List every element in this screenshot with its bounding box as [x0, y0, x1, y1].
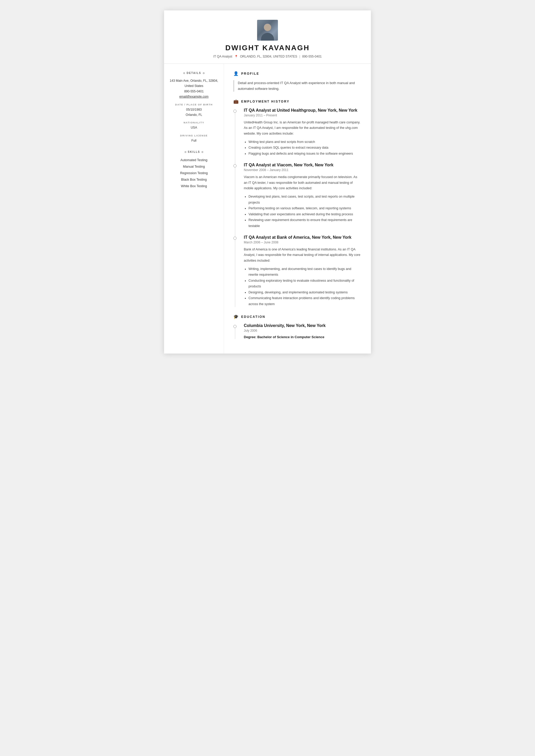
edu-degree: Degree: Bachelor of Science in Computer … [244, 335, 361, 339]
education-timeline: Columbia University, New York, New YorkJ… [233, 323, 361, 339]
dot-left [183, 72, 185, 74]
skill-item: White Box Testing [169, 183, 218, 190]
job-bullets: Writing, implementing, and documenting t… [244, 266, 361, 307]
education-title: EDUCATION [241, 315, 266, 319]
job-title: IT QA Analyst at Viacom, New York, New Y… [244, 163, 361, 167]
location-icon: 📍 [235, 55, 238, 58]
edu-timeline-dot [233, 325, 237, 328]
avatar-image [257, 20, 278, 40]
dob-label: DATE / PLACE OF BIRTH [169, 103, 218, 106]
employment-title: EMPLOYMENT HISTORY [241, 100, 290, 103]
employment-icon: 💼 [233, 99, 239, 104]
skills-section: SKILLS Automated TestingManual TestingRe… [169, 150, 218, 190]
contact-line: IT QA Analyst 📍 ORLANDO, FL, 32804, UNIT… [175, 55, 360, 58]
employment-timeline: IT QA Analyst at United Healthgroup, New… [233, 108, 361, 307]
dob: 05/10/1983 [169, 107, 218, 112]
job-period: January 2011 – Present [244, 114, 361, 117]
skills-list: Automated TestingManual TestingRegressio… [169, 157, 218, 190]
dot-left-skills [185, 151, 186, 153]
timeline-dot [233, 164, 237, 167]
job-description: Bank of America is one of America's lead… [244, 247, 361, 263]
profile-header: 👤 PROFILE [233, 71, 361, 76]
job-title: IT QA Analyst at Bank of America, New Yo… [244, 235, 361, 240]
bullet-item: Flagging bugs and defects and relaying i… [248, 151, 361, 157]
timeline-dot [233, 237, 237, 240]
nationality-label: NATIONALITY [169, 121, 218, 124]
education-section: 🎓 EDUCATION Columbia University, New Yor… [233, 314, 361, 339]
bullet-item: Writing, implementing, and documenting t… [248, 266, 361, 278]
job-item: IT QA Analyst at Bank of America, New Yo… [239, 235, 361, 307]
job-bullets: Writing test plans and test scripts from… [244, 139, 361, 157]
bullet-item: Validating that user expectations are ac… [248, 211, 361, 217]
bullet-item: Designing, developing, and implementing … [248, 289, 361, 295]
skills-title: SKILLS [169, 150, 218, 153]
bullet-item: Developing test plans, test cases, test … [248, 194, 361, 205]
sidebar: DETAILS 143 Main Ave, Orlando, FL, 32804… [164, 64, 224, 354]
job-description: UnitedHealth Group Inc. is an American f… [244, 120, 361, 136]
profile-text: Detail and process-oriented IT QA Analys… [233, 80, 361, 92]
resume-body: DETAILS 143 Main Ave, Orlando, FL, 32804… [164, 64, 371, 354]
sidebar-email: email@example.com [169, 94, 218, 99]
main-content: 👤 PROFILE Detail and process-oriented IT… [224, 64, 371, 354]
education-icon: 🎓 [233, 314, 239, 319]
phone: 890-555-0401 [302, 55, 322, 58]
bullet-item: Reviewing user requirement documents to … [248, 217, 361, 229]
resume-header: DWIGHT KAVANAGH IT QA Analyst 📍 ORLANDO,… [164, 11, 371, 64]
full-name: DWIGHT KAVANAGH [175, 44, 360, 52]
employment-section: 💼 EMPLOYMENT HISTORY IT QA Analyst at Un… [233, 99, 361, 307]
resume-document: DWIGHT KAVANAGH IT QA Analyst 📍 ORLANDO,… [164, 11, 371, 354]
job-title: IT QA Analyst at United Healthgroup, New… [244, 108, 361, 113]
skill-item: Black Box Testing [169, 176, 218, 183]
profile-section: 👤 PROFILE Detail and process-oriented IT… [233, 71, 361, 92]
institution-name: Columbia University, New York, New York [244, 323, 361, 328]
skill-item: Regression Testing [169, 170, 218, 176]
job-title: IT QA Analyst [213, 55, 232, 58]
avatar-container [175, 20, 360, 40]
job-period: March 2006 – June 2008 [244, 241, 361, 244]
job-period: November 2008 – January 2011 [244, 168, 361, 172]
edu-period: July 2006 [244, 329, 361, 333]
license: Full [169, 138, 218, 143]
bullet-item: Communicating feature interaction proble… [248, 295, 361, 307]
edu-item: Columbia University, New York, New YorkJ… [239, 323, 361, 339]
details-section: DETAILS 143 Main Ave, Orlando, FL, 32804… [169, 71, 218, 143]
bullet-item: Performing testing on various software, … [248, 205, 361, 211]
sidebar-phone: 890-555-0401 [169, 89, 218, 94]
license-label: DRIVING LICENSE [169, 134, 218, 137]
separator: | [299, 55, 300, 58]
skill-item: Automated Testing [169, 157, 218, 164]
job-description: Viacom is an American media conglomerate… [244, 175, 361, 191]
bullet-item: Writing test plans and test scripts from… [248, 139, 361, 145]
avatar [257, 20, 278, 40]
education-header: 🎓 EDUCATION [233, 314, 361, 319]
timeline-dot [233, 110, 237, 113]
email-link[interactable]: email@example.com [179, 95, 209, 98]
bullet-item: Conducting exploratory testing to evalua… [248, 278, 361, 289]
profile-icon: 👤 [233, 71, 239, 76]
profile-title: PROFILE [241, 72, 259, 75]
job-item: IT QA Analyst at Viacom, New York, New Y… [239, 163, 361, 229]
details-title: DETAILS [169, 71, 218, 74]
job-item: IT QA Analyst at United Healthgroup, New… [239, 108, 361, 156]
bullet-item: Creating custom SQL queries to extract n… [248, 145, 361, 151]
dob-place: Orlando, FL [169, 112, 218, 118]
location: ORLANDO, FL, 32804, UNITED STATES [240, 55, 297, 58]
dot-right [203, 72, 205, 74]
job-bullets: Developing test plans, test cases, test … [244, 194, 361, 229]
dot-right-skills [202, 151, 203, 153]
skill-item: Manual Testing [169, 164, 218, 170]
employment-header: 💼 EMPLOYMENT HISTORY [233, 99, 361, 104]
address: 143 Main Ave, Orlando, FL, 32804, United… [169, 78, 218, 89]
nationality: USA [169, 125, 218, 130]
